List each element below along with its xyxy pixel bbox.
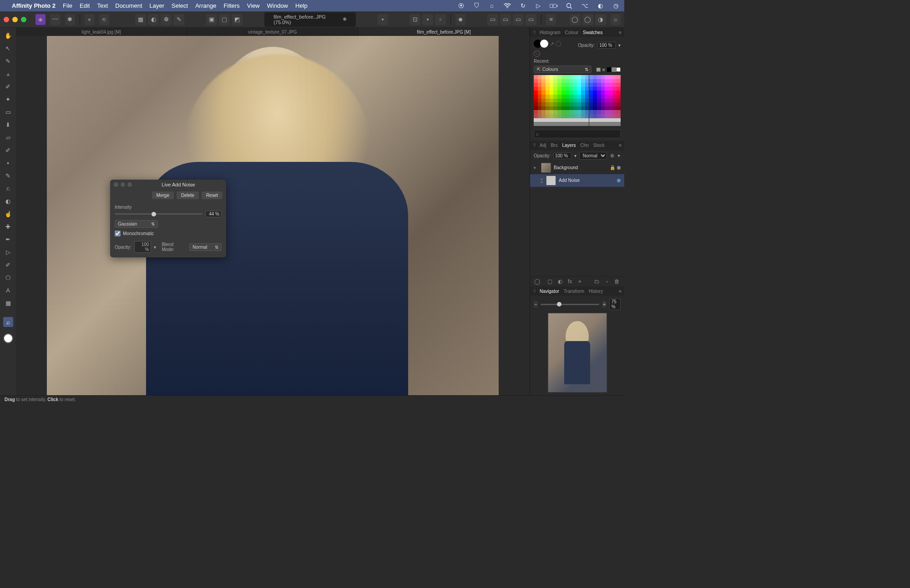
swatch[interactable] [538,79,542,83]
swatch[interactable] [601,99,605,103]
swatch[interactable] [561,83,566,87]
swatch[interactable] [569,90,573,95]
swatch[interactable] [541,110,546,114]
swatch[interactable] [561,79,566,83]
opacity-input[interactable] [597,42,616,49]
monochromatic-checkbox[interactable]: Monochromatic [115,231,222,236]
tab-history[interactable]: History [589,289,603,294]
gradient-tool-icon[interactable]: ▱ [3,132,13,142]
swatch[interactable] [553,83,557,87]
swatch[interactable] [553,110,557,114]
grid-view-icon[interactable]: ▦ [596,66,601,72]
swatch[interactable] [609,83,613,87]
swatch[interactable] [581,114,585,118]
swatch[interactable] [577,90,581,95]
persona-tone-icon[interactable]: ⩳ [85,14,95,25]
doc-tab[interactable]: film_effect_before.JPG [M] [359,28,530,36]
visibility-toggle-icon[interactable] [617,179,621,182]
swatch[interactable] [601,110,605,114]
dialog-minimize-icon[interactable] [121,182,125,187]
add-fx-icon[interactable]: fx [566,278,574,285]
swatch[interactable] [569,118,573,122]
swatch[interactable] [605,99,609,103]
swatch[interactable] [573,87,577,91]
swatch[interactable] [609,90,613,95]
menu-help[interactable]: Help [295,2,308,9]
flood-fill-tool-icon[interactable]: ⬇ [3,120,13,130]
swatch[interactable] [601,95,605,99]
swatch[interactable] [581,95,585,99]
swatch[interactable] [589,79,593,83]
swatch[interactable] [538,87,542,91]
intensity-slider[interactable] [115,213,202,215]
swatch[interactable] [605,106,609,111]
zoom-in-button[interactable]: + [602,301,606,307]
swatch[interactable] [550,106,554,111]
swatch[interactable] [561,106,566,111]
swatch[interactable] [534,87,538,91]
colour-wells[interactable]: ↗ [534,40,561,48]
monochromatic-input[interactable] [115,231,121,236]
swatch[interactable] [601,79,605,83]
swatch[interactable] [561,102,566,106]
swatch[interactable] [546,83,550,87]
swatch[interactable] [613,90,617,95]
swatch[interactable] [585,122,589,126]
menu-edit[interactable]: Edit [80,2,90,9]
swatch[interactable] [609,99,613,103]
swatch[interactable] [593,106,597,111]
swatch[interactable] [593,95,597,99]
swatch[interactable] [601,83,605,87]
auto-levels-icon[interactable]: ▦ [135,14,146,25]
boolean-add-icon[interactable]: ◯ [570,14,581,25]
visibility-toggle-icon[interactable] [617,166,621,170]
layer-thumbnail[interactable] [541,163,551,173]
swatch[interactable] [597,90,601,95]
siri-icon[interactable]: ◐ [596,2,604,10]
swatch[interactable] [573,110,577,114]
smudge-brush-tool-icon[interactable]: ☝ [3,209,13,219]
swatch[interactable] [557,75,561,79]
swatch[interactable] [577,114,581,118]
tab-navigator[interactable]: Navigator [540,289,559,294]
panel-grip-icon[interactable]: ⠿ [533,30,535,35]
swatch[interactable] [538,102,542,106]
swatch[interactable] [593,114,597,118]
swatch[interactable] [553,122,557,126]
swatch[interactable] [597,75,601,79]
swatch[interactable] [565,90,569,95]
swatch[interactable] [581,106,585,111]
swatch[interactable] [561,122,566,126]
swatch[interactable] [557,99,561,103]
swatch[interactable] [534,118,538,122]
swatch[interactable] [541,122,546,126]
swatch[interactable] [593,79,597,83]
merge-button[interactable]: Merge [152,191,174,199]
swatch[interactable] [553,75,557,79]
swatch[interactable] [546,114,550,118]
swatch[interactable] [541,79,546,83]
move-by-pixel-icon[interactable]: ▫ [435,14,446,25]
swatch[interactable] [561,90,566,95]
swatch[interactable] [593,102,597,106]
zoom-value[interactable]: 75 % [609,298,621,310]
chevron-down-icon[interactable]: ▾ [574,153,576,158]
swatch[interactable] [538,95,542,99]
close-window-icon[interactable] [4,17,9,22]
swatch[interactable] [605,114,609,118]
swatch[interactable] [609,87,613,91]
tab-histogram[interactable]: Histogram [540,30,561,35]
swatch[interactable] [589,110,593,114]
swatch[interactable] [589,75,593,79]
swatch[interactable] [589,114,593,118]
swatch[interactable] [541,114,546,118]
swatch-grid[interactable] [534,75,621,126]
swatch[interactable] [573,114,577,118]
swatch[interactable] [593,83,597,87]
tab-channels[interactable]: Chn [580,143,588,148]
swatch[interactable] [573,95,577,99]
layer-fx-icon[interactable]: ✦ [617,153,621,158]
swatch[interactable] [613,122,617,126]
swatch[interactable] [601,122,605,126]
swatch[interactable] [609,95,613,99]
